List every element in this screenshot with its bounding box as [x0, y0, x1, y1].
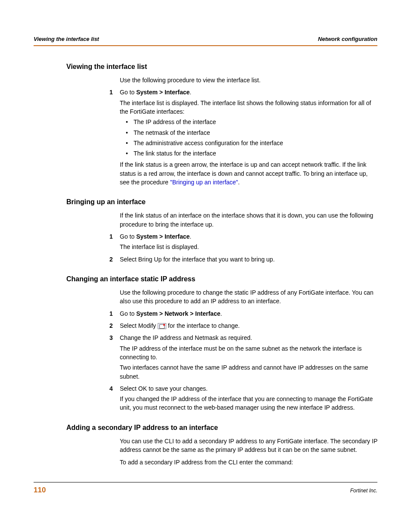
step-number: 1: [66, 88, 120, 188]
bullet-list: The IP address of the interface The netm…: [126, 118, 377, 158]
page-footer: 110 Fortinet Inc.: [34, 482, 377, 496]
step-number: 2: [66, 321, 120, 332]
step-number: 2: [66, 255, 120, 265]
step-number: 1: [66, 309, 120, 320]
body-paragraph: To add a secondary IP address from the C…: [120, 458, 377, 467]
modify-icon: [158, 323, 166, 329]
company-name: Fortinet Inc.: [350, 487, 377, 495]
running-header: Viewing the interface list Network confi…: [34, 35, 377, 44]
step-description: The interface list is displayed. The int…: [120, 99, 377, 116]
step-1: 1 Go to System > Interface. The interfac…: [66, 88, 377, 188]
page-content: Viewing the interface list Use the follo…: [34, 62, 377, 467]
heading-bringing-up-interface: Bringing up an interface: [66, 197, 377, 207]
bullet-item: The IP address of the interface: [126, 118, 377, 126]
intro-text: Use the following procedure to change th…: [120, 288, 377, 306]
step-4: 4 Select OK to save your changes. If you…: [66, 384, 377, 414]
menu-path: System > Network > Interface: [136, 310, 220, 317]
step-number: 4: [66, 384, 120, 414]
menu-path: System > Interface: [136, 233, 190, 240]
heading-adding-secondary-ip: Adding a secondary IP address to an inte…: [66, 423, 377, 432]
header-right: Network configuration: [318, 35, 377, 44]
page-number: 110: [34, 485, 46, 496]
step-note: If you changed the IP address of the int…: [120, 395, 377, 412]
step-body: Select Bring Up for the interface that y…: [120, 255, 377, 265]
cross-reference-link[interactable]: "Bringing up an interface": [170, 179, 238, 186]
bullet-item: The administrative access configuration …: [126, 139, 377, 147]
step-body: Go to System > Interface. The interface …: [120, 232, 377, 253]
step-note: The IP address of the interface must be …: [120, 344, 377, 362]
step-2: 2 Select Modify for the interface to cha…: [66, 321, 377, 332]
heading-changing-static-ip: Changing an interface static IP address: [66, 274, 377, 284]
step-note: Two interfaces cannot have the same IP a…: [120, 363, 377, 381]
footer-rule: [34, 482, 377, 482]
step-goto: Go to System > Interface.: [120, 232, 377, 241]
step-text: Select OK to save your changes.: [120, 384, 377, 393]
step-3: 3 Change the IP address and Netmask as r…: [66, 333, 377, 382]
step-goto: Go to System > Network > Interface.: [120, 309, 377, 318]
step-body: Select OK to save your changes. If you c…: [120, 384, 377, 414]
step-text: Select Modify for the interface to chang…: [120, 321, 377, 330]
link-status-note: If the link status is a green arrow, the…: [120, 160, 377, 187]
step-body: Go to System > Interface. The interface …: [120, 88, 377, 188]
step-text: Change the IP address and Netmask as req…: [120, 333, 377, 342]
menu-path: System > Interface: [136, 89, 190, 96]
step-number: 1: [66, 232, 120, 253]
heading-viewing-interface-list: Viewing the interface list: [66, 62, 377, 72]
header-rule: [34, 45, 377, 46]
bullet-item: The link status for the interface: [126, 149, 377, 158]
step-text: Select Bring Up for the interface that y…: [120, 255, 377, 264]
bullet-item: The netmask of the interface: [126, 128, 377, 137]
step-description: The interface list is displayed.: [120, 243, 377, 251]
step-number: 3: [66, 333, 120, 382]
step-body: Select Modify for the interface to chang…: [120, 321, 377, 332]
step-1: 1 Go to System > Network > Interface.: [66, 309, 377, 320]
step-body: Go to System > Network > Interface.: [120, 309, 377, 320]
step-2: 2 Select Bring Up for the interface that…: [66, 255, 377, 265]
header-left: Viewing the interface list: [34, 35, 99, 44]
step-body: Change the IP address and Netmask as req…: [120, 333, 377, 382]
intro-text: If the link status of an interface on th…: [120, 211, 377, 229]
step-1: 1 Go to System > Interface. The interfac…: [66, 232, 377, 253]
intro-text: Use the following procedure to view the …: [120, 76, 377, 84]
step-goto: Go to System > Interface.: [120, 88, 377, 96]
body-paragraph: You can use the CLI to add a secondary I…: [120, 437, 377, 454]
